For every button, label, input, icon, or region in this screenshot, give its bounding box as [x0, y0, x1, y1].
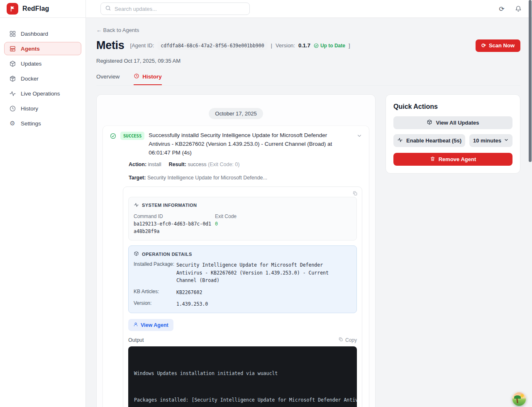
package-icon [427, 119, 432, 126]
view-all-updates-button[interactable]: View All Updates [393, 116, 512, 129]
sidebar-item-label: History [21, 105, 38, 112]
sidebar-item-dashboard[interactable]: Dashboard [4, 27, 81, 40]
quick-actions-panel: Quick Actions View All Updates Enable He… [386, 94, 520, 174]
version-value: 0.1.7 [298, 42, 310, 49]
registered-date: Registered Oct 17, 2025, 09:35 AM [96, 58, 520, 64]
sidebar-item-label: Updates [21, 61, 41, 67]
detail-label: Version: [134, 300, 176, 308]
operation-detail-row: Version: 1.439.253.0 [134, 300, 351, 308]
sidebar-item-label: Docker [21, 76, 39, 82]
sidebar-item-label: Settings [21, 120, 41, 127]
page-title: Metis [96, 39, 124, 52]
operation-details-title: OPERATION DETAILS [142, 252, 192, 257]
check-circle-icon [110, 132, 116, 139]
meta-label: Result: [169, 162, 186, 167]
server-icon [9, 45, 16, 52]
sidebar-item-updates[interactable]: Updates [4, 57, 81, 70]
back-to-agents-link[interactable]: ← Back to Agents [96, 27, 520, 33]
brand: RedFlag [0, 0, 85, 18]
trash-icon [430, 156, 435, 163]
package-icon [9, 60, 16, 67]
package-icon [134, 251, 139, 257]
output-label: Output [128, 337, 144, 343]
docker-box-icon [9, 75, 16, 82]
history-clock-icon [134, 73, 139, 80]
copy-icon [338, 337, 343, 343]
sidebar: RedFlag Dashboard Agents Updates Docker … [0, 0, 86, 407]
agent-id-value: cdfdfa84-68c6-47a2-8f56-639e001bb900 [157, 42, 267, 50]
sidebar-item-live-operations[interactable]: Live Operations [4, 87, 81, 100]
command-id-value: ba129213-efc0-4d63-b87c-0d1a48b28f9a [134, 221, 212, 235]
detail-label: Installed Package: [134, 261, 176, 284]
meta-label: Target: [129, 175, 146, 181]
grid-icon [9, 30, 16, 37]
operation-detail-row: KB Articles: KB2267602 [134, 289, 351, 296]
sidebar-item-settings[interactable]: ⚙ Settings [4, 117, 81, 130]
detail-label: KB Articles: [134, 289, 176, 296]
status-badge: SUCCESS [120, 132, 144, 140]
detail-value: 1.439.253.0 [176, 300, 208, 308]
copy-output-button[interactable]: Copy [338, 337, 357, 343]
history-entry-install: SUCCESS Successfully installd Security I… [103, 126, 369, 407]
chevron-down-icon[interactable] [356, 133, 362, 140]
sidebar-item-label: Dashboard [21, 31, 48, 37]
tab-overview[interactable]: Overview [96, 73, 120, 85]
sidebar-nav: Dashboard Agents Updates Docker Live Ope… [0, 18, 85, 130]
vertical-scrollbar-thumb[interactable] [529, 0, 532, 162]
main-content: ← Back to Agents Metis [Agent ID: cdfdfa… [86, 18, 532, 407]
remove-agent-button[interactable]: Remove Agent [393, 153, 512, 166]
history-clock-icon [9, 105, 16, 112]
operation-details-panel: OPERATION DETAILS Installed Package: Sec… [128, 245, 357, 313]
meta-divider: | [271, 42, 272, 49]
exit-code-value: 0 [215, 221, 237, 228]
operation-detail-row: Installed Package: Security Intelligence… [134, 261, 351, 284]
copy-icon[interactable] [352, 190, 358, 198]
interval-select[interactable]: 10 minutes [469, 134, 512, 147]
terminal-line: Windows Updates installation initiated v… [134, 369, 351, 378]
activity-icon [134, 202, 139, 208]
notifications-bell-icon[interactable] [515, 5, 522, 12]
system-information-title: SYSTEM INFORMATION [142, 203, 197, 208]
up-to-date-badge: Up to Date [314, 43, 345, 49]
island-widget-button[interactable] [512, 392, 526, 406]
sidebar-item-docker[interactable]: Docker [4, 72, 81, 85]
meta-value: install [148, 162, 161, 167]
command-id-label: Command ID [134, 213, 215, 219]
user-icon [133, 322, 138, 328]
agent-meta: [Agent ID: cdfdfa84-68c6-47a2-8f56-639e0… [130, 42, 350, 50]
sidebar-item-history[interactable]: History [4, 102, 81, 115]
output-terminal: Windows Updates installation initiated v… [128, 346, 357, 407]
date-chip: October 17, 2025 [209, 108, 263, 119]
view-agent-button[interactable]: View Agent [128, 319, 173, 331]
search-icon [105, 5, 111, 13]
sidebar-item-agents[interactable]: Agents [4, 42, 81, 55]
sidebar-item-label: Agents [21, 46, 40, 52]
activity-icon [9, 90, 16, 97]
enable-heartbeat-button[interactable]: Enable Heartbeat (5s) [393, 134, 465, 147]
system-information-panel: SYSTEM INFORMATION Command ID ba129213-e… [128, 197, 357, 241]
history-timeline-panel: October 17, 2025 SUCCESS Successfully in… [96, 94, 376, 407]
tab-bar: Overview History [96, 73, 520, 86]
chevron-down-icon [504, 137, 509, 144]
agent-id-label: [Agent ID: [130, 42, 154, 49]
topbar: ⟳ [86, 0, 532, 18]
terminal-line: Packages installed: [Security Intelligen… [134, 396, 351, 405]
scan-now-button[interactable]: ⟳ Scan Now [476, 39, 520, 52]
entry-title: Successfully installd Security Intellige… [149, 131, 352, 157]
search-input[interactable] [115, 6, 245, 12]
meta-label: Action: [129, 162, 146, 167]
search-box[interactable] [100, 2, 250, 15]
sidebar-item-label: Live Operations [21, 91, 60, 97]
refresh-icon[interactable]: ⟳ [498, 5, 505, 12]
detail-value: KB2267602 [176, 289, 202, 296]
quick-actions-title: Quick Actions [393, 103, 512, 110]
gear-icon: ⚙ [9, 120, 16, 127]
refresh-icon: ⟳ [481, 42, 486, 49]
meta-value: Security Intelligence Update for Microso… [147, 175, 267, 181]
exit-code-label: Exit Code [215, 213, 237, 219]
meta-value: success [188, 162, 206, 167]
meta-extra: (Exit Code: 0) [208, 162, 239, 167]
entry-expanded-panel: SYSTEM INFORMATION Command ID ba129213-e… [123, 186, 362, 407]
tab-history[interactable]: History [134, 73, 162, 85]
activity-icon [397, 137, 403, 144]
